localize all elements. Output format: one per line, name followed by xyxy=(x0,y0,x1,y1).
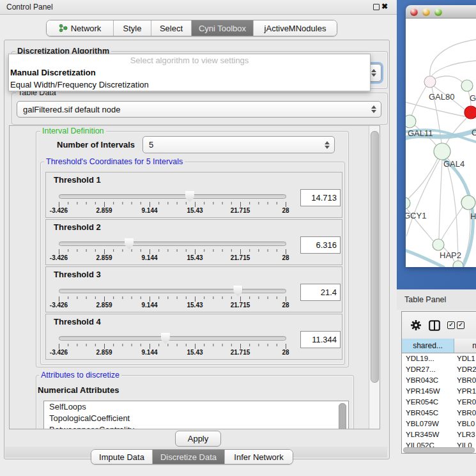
column-header-name[interactable]: n xyxy=(454,339,476,353)
table-row[interactable]: YDL19...YDL1 xyxy=(402,353,476,364)
threshold-value-field[interactable]: 14.713 xyxy=(300,189,341,206)
threshold-value-field[interactable]: 11.344 xyxy=(300,331,341,348)
slider-tick-label: 9.144 xyxy=(141,254,157,261)
column-header-shared-name[interactable]: shared... xyxy=(402,339,454,353)
network-node-green[interactable] xyxy=(461,80,473,91)
table-row[interactable]: YDR27...YDR2 xyxy=(402,364,476,375)
slider-thumb[interactable] xyxy=(125,238,134,249)
network-node-label: HAP2 xyxy=(440,250,461,260)
network-canvas[interactable]: GAL80GGAL11CGAL4GCY1HHAP2 xyxy=(406,19,476,267)
scrollbar-thumb[interactable] xyxy=(371,131,379,383)
tab-jactivemnodules[interactable]: jActiveMNodules xyxy=(254,20,337,36)
list-item[interactable]: SelfLoops xyxy=(44,401,348,413)
slider-tick-label: 2.859 xyxy=(96,207,112,214)
network-edge xyxy=(446,118,467,144)
network-edge-thick xyxy=(406,250,443,267)
network-node-label: C xyxy=(472,128,476,137)
tab-infer-network[interactable]: Infer Network xyxy=(225,450,293,464)
cell-shared-name: YPR145W xyxy=(402,386,454,397)
list-item[interactable]: BetweennessCentrality xyxy=(44,424,348,429)
number-of-intervals-value: 5 xyxy=(143,140,323,150)
apply-button[interactable]: Apply xyxy=(175,431,221,447)
cell-name: YBL0 xyxy=(454,418,476,429)
slider-track[interactable] xyxy=(59,336,286,341)
slider-thumb[interactable] xyxy=(185,191,194,202)
network-node-green[interactable] xyxy=(406,115,416,128)
horizontal-scrollbar[interactable] xyxy=(403,447,475,453)
table-row[interactable]: YBL079WYBL0 xyxy=(402,418,476,429)
network-node-green[interactable] xyxy=(453,261,463,267)
slider-track[interactable] xyxy=(59,242,286,246)
tab-label: Impute Data xyxy=(99,452,144,462)
number-of-intervals-label: Number of Intervals xyxy=(57,140,135,150)
network-edge xyxy=(411,86,426,116)
list-item[interactable]: TopologicalCoefficient xyxy=(44,413,348,424)
threshold-value-field[interactable]: 6.316 xyxy=(300,236,341,254)
slider-tick-label: 28 xyxy=(282,254,289,261)
checkbox-icon[interactable]: ✓ xyxy=(447,321,455,329)
slider-ticks xyxy=(59,344,286,350)
tab-discretize-data[interactable]: Discretize Data xyxy=(153,450,225,464)
checkbox-icon[interactable]: ✓ xyxy=(457,321,464,329)
network-node-red[interactable] xyxy=(464,106,476,119)
minimize-traffic-light[interactable] xyxy=(422,8,430,16)
slider-tick-label: -3.426 xyxy=(50,254,68,261)
slider-tick-label: 15.43 xyxy=(187,254,203,261)
threshold-panel: Threshold 2-3.4262.8599.14415.4321.71528… xyxy=(45,219,342,265)
slider-ticks xyxy=(59,202,286,208)
network-node-green[interactable] xyxy=(433,239,444,250)
gear-icon[interactable] xyxy=(410,319,422,331)
network-node-green[interactable] xyxy=(461,196,475,210)
tab-label: Style xyxy=(123,24,142,33)
float-window-icon[interactable] xyxy=(373,4,380,10)
network-node-green[interactable] xyxy=(406,197,410,209)
close-icon[interactable]: ✖ xyxy=(381,2,388,11)
bottom-tab-bar: Impute Data Discretize Data Infer Networ… xyxy=(91,449,293,464)
table-row[interactable]: YER054CYER0 xyxy=(402,397,476,408)
slider-track[interactable] xyxy=(59,289,286,293)
threshold-value-field[interactable]: 21.4 xyxy=(300,284,341,301)
slider-tick-label: 9.144 xyxy=(141,207,157,214)
network-window: GAL80GGAL11CGAL4GCY1HHAP2 xyxy=(406,5,476,267)
split-columns-icon[interactable] xyxy=(429,320,440,331)
close-traffic-light[interactable] xyxy=(410,8,418,16)
slider-tick-label: -3.426 xyxy=(50,349,68,356)
table-row[interactable]: YBR043CYBR0 xyxy=(402,375,476,386)
tab-style[interactable]: Style xyxy=(114,20,151,36)
tab-select[interactable]: Select xyxy=(151,20,192,36)
network-node-pink[interactable] xyxy=(424,76,436,88)
attributes-list-scrollbar[interactable] xyxy=(339,403,346,429)
table-data-combo[interactable]: galFiltered.sif default node xyxy=(17,101,381,118)
zoom-traffic-light[interactable] xyxy=(434,8,442,16)
network-node-green[interactable] xyxy=(434,143,450,160)
popup-item-equal-width-frequency[interactable]: Equal Width/Frequency Discretization xyxy=(9,79,370,91)
network-node-label: GCY1 xyxy=(406,211,426,220)
control-panel-titlebar: Control Panel ✖ xyxy=(0,0,397,15)
slider-thumb[interactable] xyxy=(161,333,170,344)
popup-item-manual-discretization[interactable]: Manual Discretization xyxy=(9,66,370,79)
combo-stepper-icon xyxy=(369,69,378,77)
slider-track[interactable] xyxy=(59,194,286,199)
table-panel-titlebar: Table Panel xyxy=(397,289,476,310)
cell-shared-name: YDL19... xyxy=(402,353,454,364)
cell-name: YDR2 xyxy=(454,364,476,375)
slider-thumb[interactable] xyxy=(233,286,242,296)
tab-label: Infer Network xyxy=(234,452,283,462)
table-row[interactable]: YBR045CYBR0 xyxy=(402,408,476,418)
slider-tick-label: 21.715 xyxy=(231,207,250,214)
cell-name: YBR0 xyxy=(454,408,476,418)
network-edge xyxy=(445,159,458,261)
tab-network[interactable]: Network xyxy=(47,20,114,36)
table-row[interactable]: YLR345WYLR3 xyxy=(402,429,476,440)
table-row[interactable]: YPR145WYPR1 xyxy=(402,386,476,397)
network-edge xyxy=(441,207,463,240)
network-window-titlebar[interactable] xyxy=(406,5,476,19)
attributes-group-title: Attributes to discretize xyxy=(39,371,121,380)
threshold-panel: Threshold 1-3.4262.8599.14415.4321.71528… xyxy=(45,172,342,218)
number-of-intervals-combo[interactable]: 5 xyxy=(142,136,335,153)
tab-label: Select xyxy=(160,24,183,33)
table-toolbar: ✓ ✓ xyxy=(402,312,476,339)
tab-impute-data[interactable]: Impute Data xyxy=(91,450,153,464)
tab-cyni-toolbox[interactable]: Cyni Toolbox xyxy=(192,20,254,36)
network-edge xyxy=(430,40,476,76)
